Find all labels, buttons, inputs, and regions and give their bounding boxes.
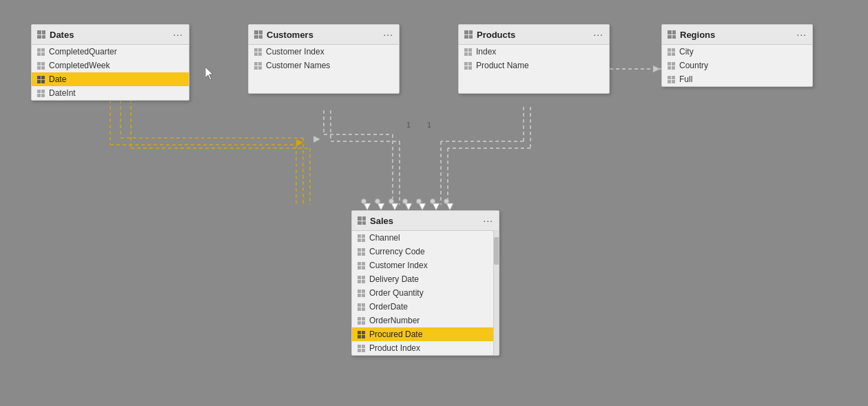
regions-table-header[interactable]: Regions ··· <box>662 25 812 45</box>
field-label: Product Name <box>476 61 529 70</box>
svg-point-42 <box>417 199 422 204</box>
sales-field-currencycode[interactable]: Currency Code <box>352 245 499 258</box>
field-icon <box>668 62 675 70</box>
field-icon <box>464 62 472 70</box>
svg-marker-33 <box>391 203 398 210</box>
field-icon <box>464 48 472 56</box>
dates-table: Dates ··· CompletedQuarter CompletedWeek… <box>31 24 189 101</box>
dates-table-icon <box>37 30 45 39</box>
products-table-title: Products <box>477 30 515 40</box>
field-label: DateInt <box>49 88 76 98</box>
products-table: Products ··· Index Product Name <box>458 24 610 94</box>
customers-table-menu[interactable]: ··· <box>383 29 393 40</box>
svg-text:1: 1 <box>406 121 411 129</box>
sales-field-orderdate[interactable]: OrderDate <box>352 300 499 314</box>
svg-marker-34 <box>405 203 412 210</box>
sales-table-title: Sales <box>370 216 393 226</box>
sales-table: Sales ··· Channel Currency Code Customer… <box>351 210 499 356</box>
svg-point-44 <box>444 199 449 204</box>
field-label: Customer Index <box>369 261 428 270</box>
field-icon <box>358 262 365 270</box>
sales-field-channel[interactable]: Channel <box>352 231 499 245</box>
sales-field-procureddate[interactable]: Procured Date <box>352 327 499 341</box>
svg-point-39 <box>375 199 380 204</box>
dates-field-completedweek[interactable]: CompletedWeek <box>32 59 189 72</box>
field-label: Full <box>679 74 692 84</box>
field-icon <box>358 317 365 325</box>
regions-table-title: Regions <box>680 30 715 40</box>
field-icon <box>37 62 45 70</box>
regions-field-full[interactable]: Full <box>662 72 812 86</box>
field-icon <box>358 290 365 297</box>
field-icon <box>358 345 365 352</box>
sales-field-productindex[interactable]: Product Index <box>352 341 499 355</box>
sales-table-icon <box>358 216 366 225</box>
field-icon <box>254 62 262 70</box>
field-icon <box>37 90 45 97</box>
sales-field-customerindex[interactable]: Customer Index <box>352 258 499 272</box>
field-icon <box>668 76 675 83</box>
customers-table-icon <box>254 30 262 39</box>
field-label: Date <box>49 74 66 84</box>
field-label: Channel <box>369 233 400 243</box>
customers-table-title: Customers <box>267 30 313 40</box>
field-icon <box>358 276 365 283</box>
sales-field-orderquantity[interactable]: Order Quantity <box>352 286 499 300</box>
regions-field-country[interactable]: Country <box>662 59 812 72</box>
svg-text:1: 1 <box>427 121 431 129</box>
field-label: Customer Index <box>266 47 324 57</box>
field-icon <box>358 248 365 256</box>
dates-field-completedquarter[interactable]: CompletedQuarter <box>32 45 189 59</box>
sales-field-deliverydate[interactable]: Delivery Date <box>352 272 499 286</box>
products-field-index[interactable]: Index <box>459 45 609 59</box>
dates-table-header[interactable]: Dates ··· <box>32 25 189 45</box>
dates-field-date[interactable]: Date <box>32 72 189 86</box>
sales-field-ordernumber[interactable]: OrderNumber <box>352 314 499 327</box>
svg-point-43 <box>431 199 435 204</box>
dates-table-title: Dates <box>50 30 74 40</box>
products-table-menu[interactable]: ··· <box>593 29 603 40</box>
field-label: Order Quantity <box>369 288 424 298</box>
cursor <box>205 67 216 81</box>
customers-field-index[interactable]: Customer Index <box>249 45 399 59</box>
field-label: Country <box>679 61 708 70</box>
svg-marker-30 <box>296 139 303 146</box>
regions-table: Regions ··· City Country Full <box>661 24 813 87</box>
dates-field-dateint[interactable]: DateInt <box>32 86 189 100</box>
products-field-name[interactable]: Product Name <box>459 59 609 72</box>
products-table-icon <box>464 30 473 39</box>
field-icon <box>358 303 365 311</box>
field-label: Customer Names <box>266 61 330 70</box>
field-label: Delivery Date <box>369 274 419 284</box>
field-icon <box>358 331 365 338</box>
field-label: OrderDate <box>369 302 408 312</box>
sales-table-header[interactable]: Sales ··· <box>352 211 499 231</box>
field-icon <box>358 234 365 242</box>
svg-marker-46 <box>205 67 213 80</box>
svg-marker-36 <box>433 203 440 210</box>
field-label: Index <box>476 47 496 57</box>
svg-marker-32 <box>378 203 384 210</box>
svg-marker-35 <box>419 203 426 210</box>
regions-table-icon <box>668 30 676 39</box>
products-table-header[interactable]: Products ··· <box>459 25 609 45</box>
dates-table-menu[interactable]: ··· <box>173 29 183 40</box>
field-label: CompletedQuarter <box>49 47 117 57</box>
customers-field-names[interactable]: Customer Names <box>249 59 399 72</box>
regions-field-city[interactable]: City <box>662 45 812 59</box>
field-icon <box>37 48 45 56</box>
svg-point-40 <box>389 199 394 204</box>
svg-point-41 <box>403 199 408 204</box>
field-label: City <box>679 47 694 57</box>
field-label: CompletedWeek <box>49 61 110 70</box>
customers-table-header[interactable]: Customers ··· <box>249 25 399 45</box>
field-label: Procured Date <box>369 329 422 339</box>
field-label: OrderNumber <box>369 316 420 325</box>
svg-marker-29 <box>313 136 320 143</box>
field-icon <box>254 48 262 56</box>
svg-marker-45 <box>653 65 660 72</box>
sales-table-menu[interactable]: ··· <box>483 215 493 226</box>
svg-marker-37 <box>446 203 453 210</box>
field-icon <box>668 48 675 56</box>
regions-table-menu[interactable]: ··· <box>796 29 807 40</box>
